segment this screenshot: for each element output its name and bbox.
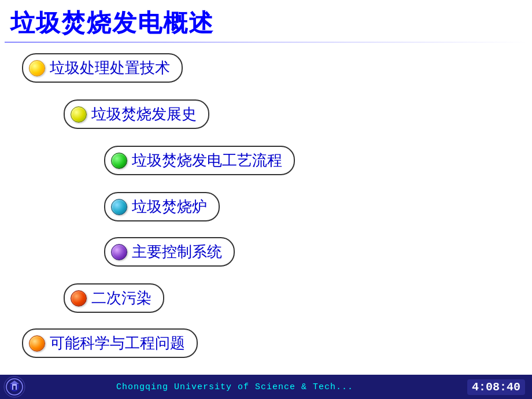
slide-container: 垃圾焚烧发电概述 垃圾处理处置技术垃圾焚烧发展史垃圾焚烧发电工艺流程垃圾焚烧炉主… [0,0,532,399]
menu-item-6[interactable]: 二次污染 [64,283,164,313]
bullet-icon-7 [29,335,45,352]
menu-item-text-3: 垃圾焚烧发电工艺流程 [132,150,282,171]
slide-title: 垃圾焚烧发电概述 [10,7,214,39]
bullet-icon-1 [29,60,45,76]
clock-display: 4:08:40 [467,379,525,395]
bullet-icon-6 [71,290,87,306]
menu-item-3[interactable]: 垃圾焚烧发电工艺流程 [104,146,295,175]
bullet-icon-3 [111,153,127,169]
menu-item-1[interactable]: 垃圾处理处置技术 [22,53,183,83]
menu-item-5[interactable]: 主要控制系统 [104,237,235,267]
menu-item-text-6: 二次污染 [91,288,152,308]
menu-item-4[interactable]: 垃圾焚烧炉 [104,192,220,221]
bullet-icon-5 [111,244,127,260]
menu-item-text-1: 垃圾处理处置技术 [50,58,170,78]
bottom-bar: Chongqing University of Science & Tech..… [0,375,532,399]
university-text: Chongqing University of Science & Tech..… [2,382,467,392]
menu-item-text-4: 垃圾焚烧炉 [132,197,207,217]
menu-item-text-2: 垃圾焚烧发展史 [91,104,197,124]
menu-item-text-7: 可能科学与工程问题 [50,333,185,353]
menu-item-text-5: 主要控制系统 [132,242,222,262]
title-divider [5,42,527,43]
bullet-icon-4 [111,199,127,215]
bullet-icon-2 [71,106,87,123]
menu-item-7[interactable]: 可能科学与工程问题 [22,328,198,358]
menu-item-2[interactable]: 垃圾焚烧发展史 [64,99,209,129]
